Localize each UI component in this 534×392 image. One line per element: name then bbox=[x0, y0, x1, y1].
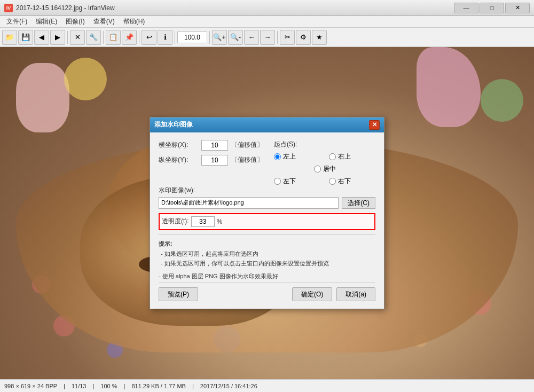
transparency-row: 透明度(t): % bbox=[159, 213, 375, 230]
dialog-overlay: 添加水印图像 ✕ 横坐标(X): 〔偏移值〕 纵坐标(Y): bbox=[0, 47, 534, 379]
ok-button[interactable]: 确定(O) bbox=[292, 287, 332, 301]
preview-button[interactable]: 预览(P) bbox=[159, 287, 198, 301]
radio-center-label: 居中 bbox=[323, 164, 336, 174]
app-icon: IV bbox=[4, 4, 13, 12]
radio-top-left-input[interactable] bbox=[274, 153, 281, 160]
separator-6 bbox=[277, 31, 278, 44]
tool-open[interactable]: 📁 bbox=[2, 30, 17, 45]
tool-save[interactable]: 💾 bbox=[18, 30, 33, 45]
tool-prev-dir[interactable]: ◀ bbox=[34, 30, 49, 45]
radio-bottom-left: 左下 bbox=[274, 177, 320, 186]
tool-zoom-out[interactable]: 🔍- bbox=[228, 30, 243, 45]
dialog-close-button[interactable]: ✕ bbox=[369, 120, 380, 130]
start-point-radio-group: 左上 右上 居中 左下 bbox=[274, 152, 375, 186]
tool-paste[interactable]: 📌 bbox=[122, 30, 137, 45]
menu-bar: 文件(F) 编辑(E) 图像(I) 查看(V) 帮助(H) bbox=[0, 16, 534, 28]
coord-x-label: 横坐标(X): bbox=[159, 140, 201, 150]
window-controls: — □ ✕ bbox=[454, 3, 530, 13]
tool-delete[interactable]: ✕ bbox=[70, 30, 85, 45]
separator-2 bbox=[103, 31, 104, 44]
hint-line-2: - 如果无选区可用，你可以点击主窗口内的图像来设置位置并预览 bbox=[159, 259, 375, 269]
start-point-group: 起点(S): 左上 右上 居中 bbox=[274, 140, 375, 186]
radio-top-left: 左上 bbox=[274, 152, 320, 161]
radio-center: 居中 bbox=[274, 164, 375, 174]
hint-line-1: - 如果选区可用，起点将应用在选区内 bbox=[159, 249, 375, 259]
select-watermark-button[interactable]: 选择(C) bbox=[342, 197, 375, 209]
separator-3 bbox=[139, 31, 139, 44]
watermark-label: 水印图像(w): bbox=[159, 186, 375, 195]
menu-help[interactable]: 帮助(H) bbox=[119, 16, 150, 27]
radio-bottom-right-input[interactable] bbox=[329, 178, 336, 185]
tool-prev-image[interactable]: ← bbox=[244, 30, 259, 45]
watermark-path-row: 选择(C) bbox=[159, 197, 375, 209]
cancel-button[interactable]: 取消(a) bbox=[336, 287, 375, 301]
coord-y-label: 纵坐标(Y): bbox=[159, 155, 201, 164]
radio-center-input[interactable] bbox=[314, 166, 321, 173]
alpha-hint: - 使用 alpha 图层 PNG 图像作为水印效果最好 bbox=[159, 272, 375, 280]
coord-y-input[interactable] bbox=[201, 155, 228, 166]
radio-top-right: 右上 bbox=[329, 152, 375, 161]
close-window-button[interactable]: ✕ bbox=[505, 3, 530, 13]
status-zoom: 100 % bbox=[100, 383, 117, 389]
coord-x-input[interactable] bbox=[201, 140, 228, 151]
dialog-title-text: 添加水印图像 bbox=[154, 120, 369, 129]
radio-bottom-left-input[interactable] bbox=[274, 178, 281, 185]
minimize-button[interactable]: — bbox=[454, 3, 478, 13]
transparency-input[interactable] bbox=[191, 216, 215, 227]
dialog-buttons: 预览(P) 确定(O) 取消(a) bbox=[159, 283, 375, 302]
tool-extra[interactable]: ★ bbox=[312, 30, 327, 45]
radio-top-right-label: 右上 bbox=[338, 152, 351, 161]
title-bar: IV 2017-12-15 164122.jpg - IrfanView — □… bbox=[0, 0, 534, 16]
menu-image[interactable]: 图像(I) bbox=[61, 16, 89, 27]
zoom-input[interactable] bbox=[177, 32, 207, 43]
confirm-cancel-group: 确定(O) 取消(a) bbox=[292, 287, 375, 301]
status-frame: 11/13 bbox=[72, 383, 87, 389]
status-dimensions: 998 × 619 × 24 BPP bbox=[4, 383, 57, 389]
coord-y-row: 纵坐标(Y): 〔偏移值〕 bbox=[159, 155, 263, 166]
dialog-title-bar: 添加水印图像 ✕ bbox=[150, 117, 384, 132]
transparency-unit: % bbox=[217, 218, 223, 225]
coord-y-hint: 〔偏移值〕 bbox=[231, 155, 263, 164]
radio-bottom-right-label: 右下 bbox=[338, 177, 351, 186]
menu-view[interactable]: 查看(V) bbox=[89, 16, 119, 27]
status-datetime: 2017/12/15 / 16:41:26 bbox=[200, 383, 257, 389]
radio-top-left-label: 左上 bbox=[283, 152, 296, 161]
start-point-label: 起点(S): bbox=[274, 140, 375, 149]
radio-bottom-right: 右下 bbox=[329, 177, 375, 186]
separator-1 bbox=[67, 31, 68, 44]
tool-cut[interactable]: ✂ bbox=[280, 30, 295, 45]
hint-title: 提示: bbox=[159, 239, 375, 249]
menu-file[interactable]: 文件(F) bbox=[2, 16, 32, 27]
status-filesize: 811.29 KB / 1.77 MB bbox=[131, 383, 186, 389]
tool-copy[interactable]: 📋 bbox=[106, 30, 121, 45]
coord-x-hint: 〔偏移值〕 bbox=[231, 140, 263, 150]
tool-zoom-in[interactable]: 🔍+ bbox=[212, 30, 227, 45]
watermark-dialog: 添加水印图像 ✕ 横坐标(X): 〔偏移值〕 纵坐标(Y): bbox=[150, 117, 384, 310]
tool-undo[interactable]: ↩ bbox=[142, 30, 156, 45]
menu-edit[interactable]: 编辑(E) bbox=[32, 16, 61, 27]
toolbar: 📁 💾 ◀ ▶ ✕ 🔧 📋 📌 ↩ ℹ 🔍+ 🔍- ← → ✂ ⚙ ★ bbox=[0, 28, 534, 47]
watermark-section: 水印图像(w): 选择(C) bbox=[159, 186, 375, 209]
window-title: 2017-12-15 164122.jpg - IrfanView bbox=[16, 4, 454, 12]
status-bar: 998 × 619 × 24 BPP | 11/13 | 100 % | 811… bbox=[0, 379, 534, 392]
dialog-body: 横坐标(X): 〔偏移值〕 纵坐标(Y): 〔偏移值〕 起点(S): bbox=[150, 132, 384, 309]
divider bbox=[159, 234, 375, 235]
separator-4 bbox=[175, 31, 175, 44]
tool-settings[interactable]: ⚙ bbox=[296, 30, 311, 45]
tool-next-dir[interactable]: ▶ bbox=[50, 30, 65, 45]
tool-next-image[interactable]: → bbox=[260, 30, 275, 45]
radio-top-right-input[interactable] bbox=[329, 153, 336, 160]
radio-bottom-left-label: 左下 bbox=[283, 177, 296, 186]
tool-info[interactable]: ℹ bbox=[158, 30, 172, 45]
tool-properties[interactable]: 🔧 bbox=[86, 30, 101, 45]
separator-5 bbox=[209, 31, 210, 44]
watermark-path-input[interactable] bbox=[159, 197, 339, 209]
maximize-button[interactable]: □ bbox=[480, 3, 504, 13]
hint-section: 提示: - 如果选区可用，起点将应用在选区内 - 如果无选区可用，你可以点击主窗… bbox=[159, 238, 375, 269]
coord-x-row: 横坐标(X): 〔偏移值〕 bbox=[159, 140, 263, 151]
transparency-label: 透明度(t): bbox=[162, 217, 189, 226]
